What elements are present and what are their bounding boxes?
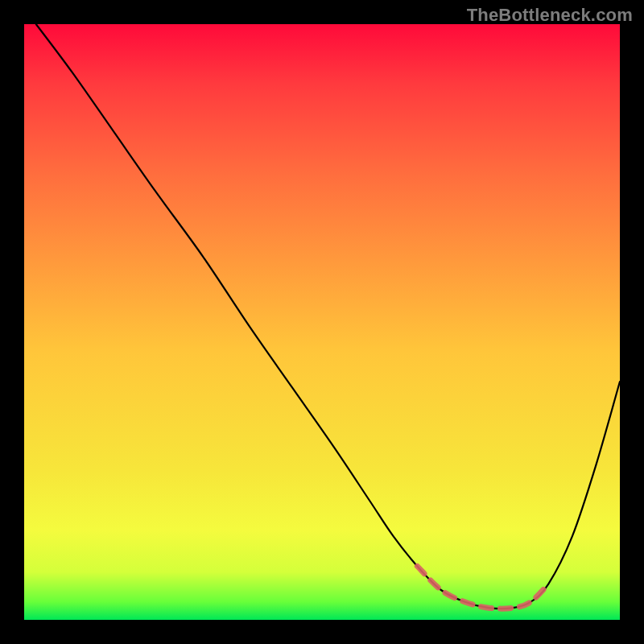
plot-area xyxy=(24,24,620,620)
bottleneck-curve xyxy=(36,24,620,609)
chart-frame: TheBottleneck.com xyxy=(0,0,644,644)
optimal-range-highlight xyxy=(417,566,548,609)
chart-svg xyxy=(24,24,620,620)
attribution-text: TheBottleneck.com xyxy=(467,5,633,26)
